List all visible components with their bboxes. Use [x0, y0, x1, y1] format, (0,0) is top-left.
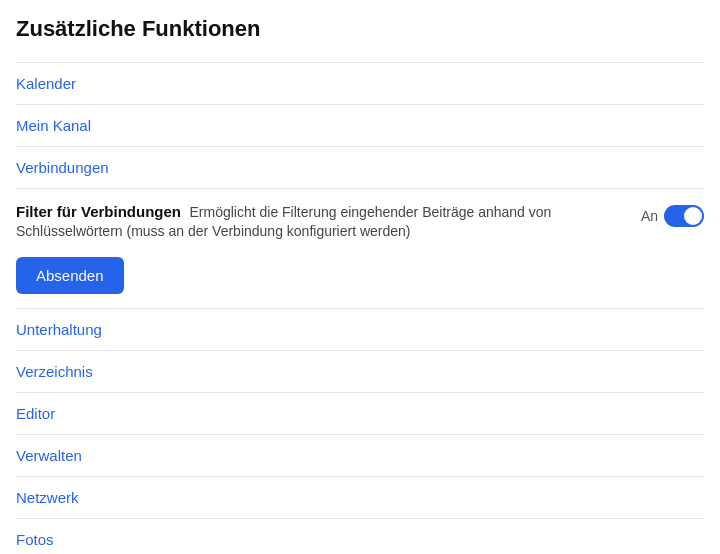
nav-item-kalender[interactable]: Kalender — [16, 62, 704, 105]
page-title: Zusätzliche Funktionen — [16, 16, 704, 42]
filter-description: Ermöglicht die Filterung eingehender Bei… — [189, 204, 551, 220]
nav-item-verwalten[interactable]: Verwalten — [16, 435, 704, 477]
nav-item-editor[interactable]: Editor — [16, 393, 704, 435]
nav-item-fotos[interactable]: Fotos — [16, 519, 704, 554]
nav-item-netzwerk[interactable]: Netzwerk — [16, 477, 704, 519]
filter-section: Filter für Verbindungen Ermöglicht die F… — [16, 189, 704, 309]
filter-toggle[interactable] — [664, 205, 704, 227]
filter-note: Schlüsselwörtern (muss an der Verbindung… — [16, 223, 625, 239]
nav-item-verzeichnis[interactable]: Verzeichnis — [16, 351, 704, 393]
nav-item-verbindungen[interactable]: Verbindungen — [16, 147, 704, 189]
main-container: Zusätzliche Funktionen Kalender Mein Kan… — [0, 0, 720, 554]
nav-item-mein-kanal[interactable]: Mein Kanal — [16, 105, 704, 147]
submit-button[interactable]: Absenden — [16, 257, 124, 294]
filter-row: Filter für Verbindungen Ermöglicht die F… — [16, 203, 704, 239]
toggle-label: An — [641, 208, 658, 224]
toggle-wrapper: An — [641, 205, 704, 227]
filter-label-group: Filter für Verbindungen Ermöglicht die F… — [16, 203, 625, 239]
nav-item-unterhaltung[interactable]: Unterhaltung — [16, 309, 704, 351]
filter-title: Filter für Verbindungen — [16, 203, 181, 220]
